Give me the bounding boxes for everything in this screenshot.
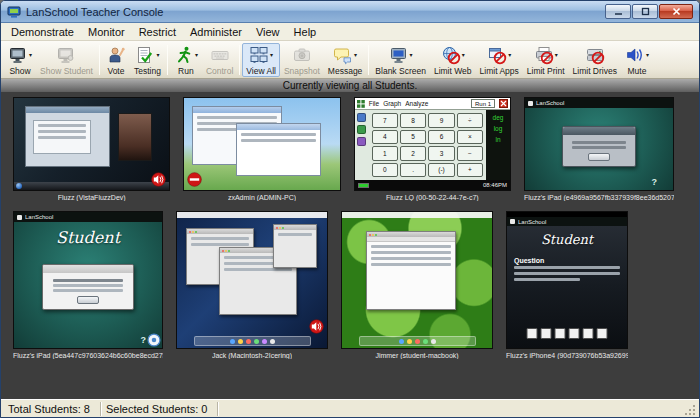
calc-key[interactable]: 8 <box>400 113 426 128</box>
message-button[interactable]: ▾ Message <box>324 43 367 77</box>
toolbar-button-label: Limit Drives <box>573 66 617 76</box>
blank-screen-icon <box>389 45 409 65</box>
limit-print-button[interactable]: ▾ Limit Print <box>523 43 569 77</box>
chevron-down-icon[interactable]: ▾ <box>646 52 649 58</box>
calc-key[interactable]: 9 <box>428 113 454 128</box>
menu-view[interactable]: View <box>249 25 287 39</box>
chevron-down-icon[interactable]: ▾ <box>508 52 511 58</box>
calc-key[interactable]: 7 <box>372 113 398 128</box>
window-titlebar <box>26 107 109 113</box>
limit-apps-button[interactable]: ▾ Limit Apps <box>476 43 523 77</box>
close-icon[interactable] <box>499 99 508 108</box>
snapshot-button[interactable]: ▾ Snapshot <box>280 43 324 77</box>
answer-button[interactable] <box>569 328 580 339</box>
show-student-button[interactable]: ▾ Show Student <box>36 43 97 77</box>
menu-administer[interactable]: Administer <box>183 25 249 39</box>
limit-drives-button[interactable]: ▾ Limit Drives <box>569 43 621 77</box>
calc-key[interactable]: 1 <box>372 146 398 161</box>
mute-button[interactable]: ▾ Mute <box>621 43 653 77</box>
mac-menu-bar <box>177 212 327 218</box>
view-all-button[interactable]: ▾ View All <box>242 43 280 77</box>
chevron-down-icon[interactable]: ▾ <box>156 52 159 58</box>
answer-button[interactable] <box>583 328 594 339</box>
toolbar-separator <box>99 45 100 75</box>
maximize-button[interactable] <box>632 4 658 19</box>
calc-menu-analyze[interactable]: Analyze <box>405 100 428 107</box>
vote-button[interactable]: ▾ Vote <box>102 43 130 77</box>
chevron-down-icon[interactable]: ▾ <box>410 52 413 58</box>
chevron-down-icon[interactable]: ▾ <box>270 52 273 58</box>
answer-button[interactable] <box>597 328 608 339</box>
blank-screen-button[interactable]: ▾ Blank Screen <box>371 43 430 77</box>
student-screen[interactable] <box>176 211 328 349</box>
help-button[interactable]: ? <box>141 335 147 345</box>
text-line <box>514 278 580 281</box>
calc-key[interactable]: ÷ <box>457 113 483 128</box>
menu-help[interactable]: Help <box>287 25 324 39</box>
calc-menu-bar: File Graph Analyze Run 1 <box>355 98 510 110</box>
calc-menu-graph[interactable]: Graph <box>383 100 401 107</box>
dialog-ok-button[interactable] <box>588 153 610 161</box>
calc-key[interactable]: . <box>400 163 426 178</box>
student-screen[interactable] <box>341 211 493 349</box>
calc-run-box[interactable]: Run 1 <box>471 99 495 108</box>
calc-key[interactable]: × <box>457 130 483 145</box>
student-screen[interactable]: LanSchool Student Question <box>506 211 628 349</box>
status-bar: Total Students: 8 Selected Students: 0 <box>1 399 699 417</box>
student-screen[interactable] <box>183 97 340 191</box>
calc-key[interactable]: (-) <box>428 163 454 178</box>
help-button[interactable]: ? <box>651 177 657 187</box>
calc-key[interactable]: 6 <box>428 130 454 145</box>
title-bar[interactable]: LanSchool Teacher Console <box>1 1 699 23</box>
dock-app-icon <box>399 339 404 344</box>
limit-web-button[interactable]: ▾ Limit Web <box>430 43 476 77</box>
student-screen[interactable]: LanSchool ? <box>524 97 674 191</box>
minimize-button[interactable] <box>605 4 631 19</box>
menu-monitor[interactable]: Monitor <box>81 25 132 39</box>
student-screen[interactable]: File Graph Analyze Run 1 7 <box>354 97 511 191</box>
calc-key[interactable]: − <box>457 146 483 161</box>
answer-button[interactable] <box>527 328 538 339</box>
text-line <box>371 245 451 248</box>
chevron-down-icon[interactable]: ▾ <box>195 52 198 58</box>
calc-key[interactable]: 0 <box>372 163 398 178</box>
calc-key[interactable]: 5 <box>400 130 426 145</box>
mac-dock <box>194 336 311 346</box>
testing-button[interactable]: ▾ Testing <box>130 43 165 77</box>
question-label: Question <box>514 257 620 264</box>
student-thumbnail: Jimmer (student-macbook) <box>341 211 493 359</box>
menu-demonstrate[interactable]: Demonstrate <box>4 25 81 39</box>
lanschool-teacher-console-window: LanSchool Teacher Console Demonstrate Mo… <box>0 0 700 418</box>
chevron-down-icon[interactable]: ▾ <box>29 52 32 58</box>
text-line <box>224 268 292 271</box>
calc-key[interactable]: + <box>457 163 483 178</box>
chevron-down-icon[interactable]: ▾ <box>462 52 465 58</box>
resize-grip[interactable] <box>684 404 697 417</box>
control-button[interactable]: ▾ Control <box>202 43 237 77</box>
calc-status-bar: 08:46PM <box>355 180 510 190</box>
calc-key[interactable]: 4 <box>372 130 398 145</box>
student-screen[interactable] <box>13 97 170 191</box>
answer-button[interactable] <box>541 328 552 339</box>
limit-web-icon <box>441 45 461 65</box>
answer-button[interactable] <box>555 328 566 339</box>
calc-app-strip <box>355 110 369 180</box>
calc-mode-label: deg <box>493 114 504 121</box>
calc-key[interactable]: 3 <box>428 146 454 161</box>
calc-key[interactable]: 2 <box>400 146 426 161</box>
student-screen[interactable]: LanSchool Student ? <box>13 211 163 349</box>
menu-restrict[interactable]: Restrict <box>132 25 183 39</box>
dialog-ok-button[interactable] <box>77 296 99 304</box>
show-button[interactable]: ▾ Show <box>4 43 36 77</box>
close-button[interactable] <box>659 4 693 19</box>
dock-app-icon <box>230 339 235 344</box>
viewing-status-strip: Currently viewing all Students. <box>1 79 699 92</box>
testing-icon <box>135 45 155 65</box>
calc-menu-file[interactable]: File <box>369 100 379 107</box>
chevron-down-icon[interactable]: ▾ <box>354 52 357 58</box>
student-thumbnail: LanSchool ? Fluzz's iPad (e4969a9567fb33… <box>524 97 674 201</box>
run-button[interactable]: ▾ Run <box>170 43 202 77</box>
thumbnail-row: LanSchool Student ? <box>13 211 687 359</box>
message-icon <box>333 45 353 65</box>
chevron-down-icon[interactable]: ▾ <box>555 52 558 58</box>
